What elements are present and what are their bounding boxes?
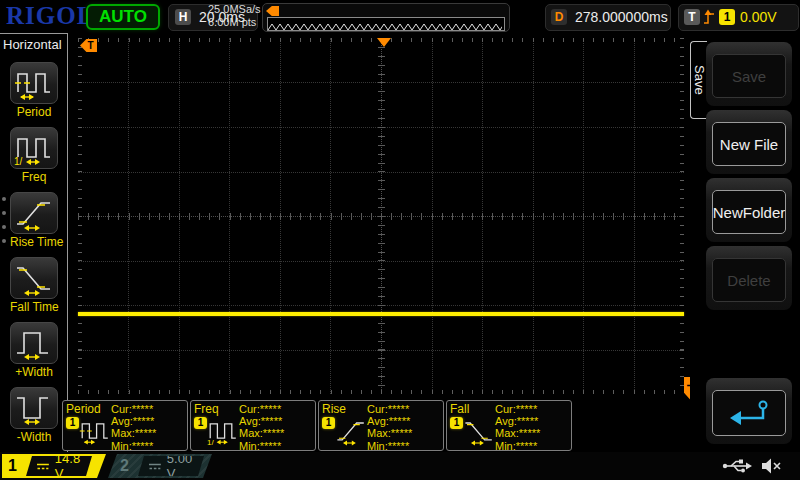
- stat-value: *****: [388, 440, 409, 452]
- delete-button[interactable]: Delete: [712, 258, 786, 302]
- measurement-source-badge: 1: [322, 417, 335, 429]
- measurement-readout-freq: Freq 1 1/ Cur:***** Avg:***** Max:***** …: [190, 400, 316, 451]
- top-status-bar: RIGOL AUTO H 20.0ms 25.0MSa/s 6.00M pts: [0, 0, 800, 33]
- stat-value: *****: [388, 403, 409, 415]
- stat-value: *****: [261, 415, 282, 427]
- rise-time-icon: [335, 414, 367, 452]
- period-icon: [10, 62, 58, 104]
- stat-value: *****: [391, 427, 412, 439]
- sample-rate: 25.0MSa/s: [208, 3, 261, 16]
- freq-icon: 1/: [10, 127, 58, 169]
- trigger-position-marker-icon: [377, 38, 391, 47]
- save-button[interactable]: Save: [712, 54, 786, 98]
- channel-2-tab[interactable]: 2 5.00 V: [108, 454, 212, 478]
- softkey-cell: [706, 378, 792, 444]
- usb-icon: [722, 457, 752, 475]
- measure-menu-title: Horizontal: [0, 34, 67, 52]
- measure-item-label: Freq: [10, 170, 58, 184]
- oscilloscope-screen: RIGOL AUTO H 20.0ms 25.0MSa/s 6.00M pts: [0, 0, 800, 480]
- trigger-source-badge: 1: [719, 9, 735, 25]
- stat-label: Max:: [367, 427, 391, 439]
- period-icon: [79, 414, 111, 452]
- stat-label: Avg:: [495, 415, 517, 427]
- minus-width-icon: [10, 387, 58, 429]
- channel-2-number: 2: [120, 456, 129, 476]
- dc-coupling-icon: [36, 462, 50, 471]
- rigol-logo: RIGOL: [6, 2, 94, 30]
- softkey-menu-panel: Save Save New File NewFolder Delete: [690, 33, 800, 452]
- measurement-stats: Cur:***** Avg:***** Max:***** Min:*****: [367, 403, 412, 452]
- stat-label: Max:: [239, 427, 263, 439]
- measure-item-rise-time[interactable]: Rise Time: [10, 192, 58, 249]
- stat-label: Cur:: [239, 403, 260, 415]
- stat-value: *****: [135, 427, 156, 439]
- measure-item-minus-width[interactable]: -Width: [10, 387, 58, 444]
- svg-text:1/: 1/: [14, 156, 23, 166]
- delay-readout-box: D 278.000000ms: [545, 4, 671, 31]
- fall-time-icon: [463, 414, 495, 452]
- stat-value: *****: [517, 415, 538, 427]
- measure-item-label: Period: [10, 105, 58, 119]
- sine-preview-icon: [268, 22, 502, 32]
- measure-item-fall-time[interactable]: Fall Time: [10, 257, 58, 314]
- channel-2-scale: 5.00 V: [167, 451, 204, 480]
- measurement-stats: Cur:***** Avg:***** Max:***** Min:*****: [111, 403, 156, 452]
- stat-value: *****: [260, 403, 281, 415]
- stat-value: *****: [132, 440, 153, 452]
- measure-menu-panel: Horizontal Period 1/ Freq: [0, 33, 68, 452]
- delay-badge: D: [551, 9, 567, 25]
- svg-text:1/: 1/: [207, 438, 214, 447]
- stat-label: Cur:: [111, 403, 132, 415]
- measurement-stats: Cur:***** Avg:***** Max:***** Min:*****: [495, 403, 540, 452]
- stat-label: Min:: [367, 440, 388, 452]
- measure-item-period[interactable]: Period: [10, 62, 58, 119]
- stat-value: *****: [260, 440, 281, 452]
- return-button[interactable]: [712, 390, 786, 436]
- trigger-level-value: 0.00V: [740, 9, 777, 25]
- softkey-cell: Save: [706, 42, 792, 106]
- softkey-cell: New File: [706, 110, 792, 174]
- channel-status-bar: 1 14.8 V 2 5.00 V: [0, 452, 800, 480]
- new-file-button[interactable]: New File: [712, 122, 786, 166]
- stat-label: Max:: [111, 427, 135, 439]
- channel-1-tab[interactable]: 1 14.8 V: [2, 454, 106, 478]
- rise-time-icon: [10, 192, 58, 234]
- channel-1-scale: 14.8 V: [55, 451, 92, 480]
- stat-label: Min:: [495, 440, 516, 452]
- stat-value: *****: [516, 440, 537, 452]
- measurement-source-badge: 1: [66, 417, 79, 429]
- acquisition-info: 25.0MSa/s 6.00M pts: [208, 3, 261, 29]
- stat-label: Min:: [239, 440, 260, 452]
- trigger-readout-box: T 1 0.00V: [678, 4, 799, 31]
- softkey-cell: NewFolder: [706, 178, 792, 242]
- dc-coupling-icon: [148, 462, 162, 471]
- waveform-display-area: [78, 38, 684, 394]
- menu-tab-save: Save: [690, 41, 707, 119]
- preview-waveform-strip: [267, 17, 505, 31]
- stat-label: Cur:: [367, 403, 388, 415]
- stat-value: *****: [263, 427, 284, 439]
- stat-label: Max:: [495, 427, 519, 439]
- measure-item-plus-width[interactable]: +Width: [10, 322, 58, 379]
- trigger-slope-icon: [703, 9, 715, 30]
- measurement-readout-rise: Rise 1 Cur:***** Avg:***** Max:***** Min…: [318, 400, 444, 451]
- new-folder-button[interactable]: NewFolder: [712, 190, 786, 234]
- stat-label: Avg:: [239, 415, 261, 427]
- stat-value: *****: [516, 403, 537, 415]
- trigger-badge: T: [684, 9, 700, 25]
- return-arrow-icon: [726, 399, 772, 427]
- plus-width-icon: [10, 322, 58, 364]
- measurement-readout-fall: Fall 1 Cur:***** Avg:***** Max:***** Min…: [446, 400, 572, 451]
- memory-depth: 6.00M pts: [208, 16, 261, 29]
- ch1-trace: [78, 312, 684, 316]
- menu-scroll-indicator: [2, 197, 6, 253]
- softkey-cell: Delete: [706, 246, 792, 310]
- measure-item-freq[interactable]: 1/ Freq: [10, 127, 58, 184]
- run-state-indicator: AUTO: [86, 4, 160, 30]
- delay-value: 278.000000ms: [575, 9, 668, 25]
- measurement-readout-period: Period 1 Cur:***** Avg:***** Max:***** M…: [62, 400, 188, 451]
- stat-value: *****: [389, 415, 410, 427]
- stat-label: Avg:: [111, 415, 133, 427]
- measure-item-label: Rise Time: [10, 235, 58, 249]
- measurement-source-badge: 1: [194, 417, 207, 429]
